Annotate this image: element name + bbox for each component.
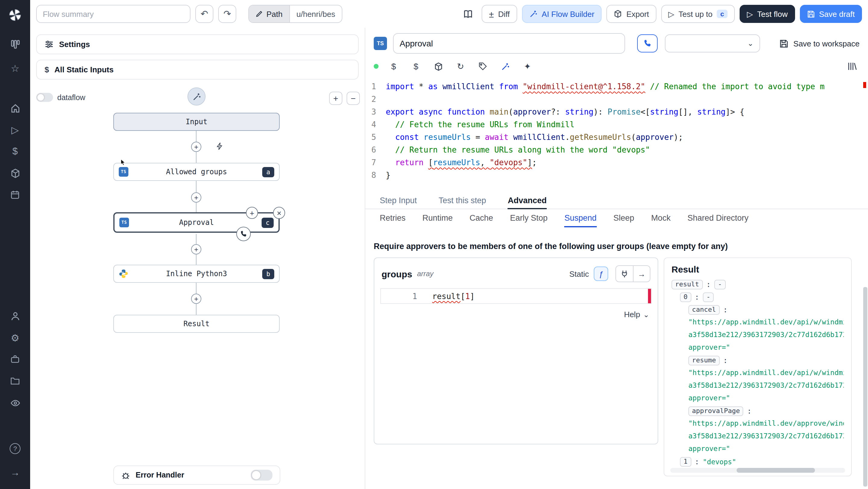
help-row[interactable]: Help ⌄ [374, 304, 658, 319]
gear-icon[interactable]: ⚙ [7, 330, 24, 345]
save-to-workspace-button[interactable]: Save to workspace [779, 39, 860, 48]
dollar-icon[interactable]: $ [386, 59, 401, 73]
library-panel-icon[interactable] [845, 59, 860, 73]
graph-ai-wand-button[interactable] [187, 87, 206, 105]
groups-expression-editor[interactable]: 1 result[1] [380, 288, 652, 304]
kanban-icon[interactable] [7, 36, 24, 52]
vertical-scrollbar[interactable] [863, 287, 867, 487]
ai-flow-builder-button[interactable]: AI Flow Builder [522, 5, 601, 23]
dollar-icon[interactable]: $ [7, 144, 24, 159]
flow-panel: Settings $ All Static Inputs dataflow [30, 28, 365, 489]
flow-static-inputs-row[interactable]: $ All Static Inputs [36, 60, 359, 80]
node-label: Inline Python3 [166, 270, 227, 278]
package-icon[interactable] [431, 59, 445, 73]
zoom-in-button[interactable]: + [329, 92, 342, 105]
add-step-button[interactable]: + [191, 192, 201, 203]
toggle-expression-button[interactable]: ƒ [594, 267, 608, 281]
ai-wand-icon[interactable] [498, 59, 513, 73]
undo-button[interactable]: ↶ [195, 5, 213, 23]
result-key[interactable]: cancel [688, 305, 720, 314]
result-string-line: approver=" [688, 442, 844, 455]
sparkle-icon[interactable]: ✦ [520, 59, 535, 73]
code-line: 7 return [resumeUrls, "devops"]; [365, 156, 868, 169]
result-string-line: "https://app.windmill.dev/api/w/windmill… [688, 367, 844, 379]
star-icon[interactable]: ☆ [7, 60, 24, 76]
zoom-out-button[interactable]: − [347, 92, 360, 105]
delete-step-button[interactable]: × [273, 207, 285, 219]
tab-sleep[interactable]: Sleep [613, 209, 634, 227]
diff-button[interactable]: ± Diff [482, 5, 517, 23]
export-button[interactable]: Export [607, 5, 656, 23]
eye-icon[interactable] [7, 395, 24, 410]
reset-refresh-icon[interactable]: ↻ [453, 59, 468, 73]
error-handler-toggle[interactable] [251, 470, 273, 481]
tab-shared-directory[interactable]: Shared Directory [687, 209, 749, 227]
colon: : [695, 457, 699, 466]
collapse-toggle[interactable]: - [714, 279, 725, 289]
home-icon[interactable] [7, 100, 24, 116]
test-up-to-button[interactable]: ▷ Test up to c [661, 5, 735, 23]
result-key[interactable]: 1 [680, 457, 691, 466]
node-inline-python[interactable]: Inline Python3 b [113, 265, 280, 283]
node-allowed-groups[interactable]: TS Allowed groups a [113, 163, 280, 181]
result-key[interactable]: approvalPage [688, 406, 744, 416]
save-draft-button[interactable]: Save draft [800, 5, 862, 23]
arrow-right-button[interactable]: → [633, 266, 650, 282]
node-input[interactable]: Input [113, 113, 280, 131]
folder-icon[interactable] [7, 373, 24, 389]
result-row: approvalPage : [672, 405, 844, 417]
help-icon[interactable]: ? [7, 441, 24, 456]
tab-cache[interactable]: Cache [470, 209, 493, 227]
scrollbar-thumb[interactable] [737, 468, 815, 473]
horizontal-scrollbar[interactable] [670, 468, 845, 473]
tab-suspend[interactable]: Suspend [564, 209, 597, 227]
tab-advanced[interactable]: Advanced [508, 192, 547, 209]
user-icon[interactable] [7, 308, 24, 324]
colon: : [723, 356, 727, 365]
tab-test-this-step[interactable]: Test this step [438, 192, 486, 209]
docs-book-button[interactable] [459, 5, 477, 23]
collapse-toggle[interactable]: - [703, 292, 714, 302]
test-flow-button[interactable]: ▷ Test flow [740, 5, 795, 23]
tab-runtime[interactable]: Runtime [423, 209, 453, 227]
tag-icon[interactable] [475, 59, 490, 73]
add-step-button[interactable]: + [191, 294, 201, 304]
result-key[interactable]: resume [688, 356, 720, 365]
advanced-tabs: Retries Runtime Cache Early Stop Suspend… [365, 209, 868, 227]
apps-cube-icon[interactable] [7, 165, 24, 181]
code-editor[interactable]: 1import * as wmillClient from "windmill-… [365, 78, 868, 192]
trigger-bolt-button[interactable] [216, 142, 224, 150]
error-handler-row[interactable]: Error Handler [113, 465, 280, 485]
add-step-button[interactable]: + [191, 142, 201, 152]
dataflow-toggle[interactable] [36, 93, 53, 102]
path-button[interactable]: Path [249, 5, 290, 22]
collapse-sidebar-icon[interactable]: → [7, 465, 24, 481]
result-key[interactable]: result [672, 279, 703, 289]
suspend-phone-button[interactable] [637, 34, 658, 53]
tab-step-input[interactable]: Step Input [380, 192, 417, 209]
play-icon[interactable]: ▷ [7, 122, 24, 137]
plug-icon-button[interactable] [616, 266, 633, 282]
template-select[interactable]: ⌄ [665, 34, 760, 53]
add-step-button[interactable]: + [191, 244, 201, 254]
result-string-line: a3f58d13e212/3963172903/2c77d162d6b17395… [688, 430, 844, 442]
tab-retries[interactable]: Retries [380, 209, 406, 227]
flow-settings-row[interactable]: Settings [36, 34, 359, 54]
result-key[interactable]: 0 [680, 292, 691, 302]
calendar-icon[interactable] [7, 187, 24, 203]
step-header: TS ⌄ Save to workspace [365, 33, 868, 54]
flow-summary-input[interactable] [36, 5, 190, 23]
scrollbar-thumb[interactable] [863, 287, 867, 487]
redo-button[interactable]: ↷ [218, 5, 236, 23]
node-result[interactable]: Result [113, 315, 280, 333]
topbar: ↶ ↷ Path u/henri/bes ± Diff [30, 0, 868, 28]
step-name-input[interactable] [393, 33, 625, 54]
dollar-icon-2[interactable]: $ [409, 59, 423, 73]
move-step-button[interactable]: + [246, 207, 258, 219]
tab-mock[interactable]: Mock [651, 209, 671, 227]
node-label: Allowed groups [166, 167, 227, 176]
tab-early-stop[interactable]: Early Stop [510, 209, 548, 227]
windmill-logo[interactable] [7, 7, 24, 23]
colon: : [695, 293, 699, 301]
colon: : [707, 280, 711, 288]
